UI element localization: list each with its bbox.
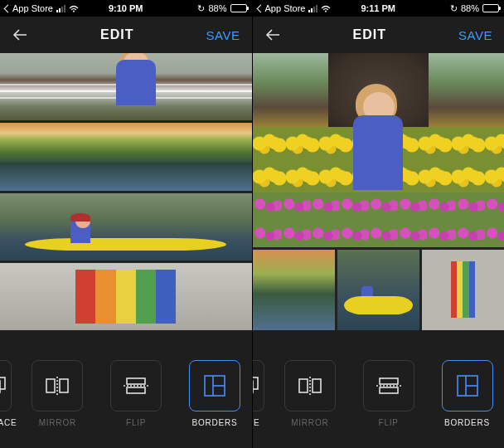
collage-cell[interactable] [422,250,504,330]
svg-rect-3 [46,379,55,392]
tool-label: FLIP [379,418,399,427]
svg-rect-7 [127,387,145,393]
collage-cell[interactable] [337,250,419,330]
toolbar: REPLACE MIRROR FLIP BORDERS [0,357,252,448]
page-title: EDIT [353,27,386,42]
tool-label: REPLACE [0,418,17,427]
battery-icon [230,4,247,12]
nav-bar: EDIT SAVE [0,17,252,53]
tool-mirror[interactable]: MIRROR [273,360,346,441]
phone-left: App Store 9:10 PM ↻ 88% EDIT SAVE [0,0,252,448]
tool-replace[interactable]: LACE [253,360,269,441]
chevron-left-icon [4,4,12,12]
replace-icon [253,376,259,396]
svg-rect-6 [127,378,145,384]
phone-right: App Store 9:11 PM ↻ 88% EDIT SAVE [252,0,505,448]
tool-label: BORDERS [192,418,238,427]
svg-point-12 [326,10,327,12]
collage-cell[interactable] [253,250,335,330]
collage-canvas[interactable] [253,53,505,330]
back-app-label: App Store [12,3,53,13]
collage-cell[interactable] [0,123,252,190]
back-to-app-link[interactable]: App Store [5,3,53,13]
tool-label: LACE [253,418,260,427]
mirror-icon [45,377,70,395]
orientation-lock-icon: ↻ [450,3,458,14]
cellular-icon [308,5,317,12]
svg-rect-4 [60,379,68,392]
borders-icon [456,374,479,397]
battery-percent: 88% [208,3,226,13]
svg-rect-18 [380,378,398,384]
spacer [253,330,505,357]
tool-borders[interactable]: BORDERS [178,360,252,441]
tool-label: BORDERS [444,418,490,427]
borders-icon [203,374,226,397]
svg-rect-19 [380,387,398,393]
tool-label: MIRROR [39,418,76,427]
page-title: EDIT [100,27,133,42]
toolbar: LACE MIRROR FLIP BORDERS [253,357,505,448]
svg-rect-15 [299,379,308,392]
tool-borders[interactable]: BORDERS [430,360,504,441]
back-button[interactable] [264,27,281,43]
tool-label: FLIP [126,418,146,427]
status-time: 9:10 PM [109,3,143,13]
svg-point-0 [73,10,75,12]
spacer [0,330,252,357]
arrow-left-icon [12,27,28,42]
flip-icon [376,377,401,395]
tool-flip[interactable]: FLIP [351,360,425,441]
arrow-left-icon [264,27,281,42]
tool-label: MIRROR [291,418,328,427]
mirror-icon [298,377,322,395]
collage-cell[interactable] [0,263,252,330]
svg-rect-16 [313,379,321,392]
back-button[interactable] [12,27,28,43]
tool-flip[interactable]: FLIP [99,360,173,441]
battery-percent: 88% [461,3,479,13]
save-button[interactable]: SAVE [458,28,492,42]
status-bar: App Store 9:11 PM ↻ 88% [253,0,505,17]
tool-replace[interactable]: REPLACE [0,360,16,441]
status-time: 9:11 PM [361,3,395,13]
replace-icon [0,376,7,396]
save-button[interactable]: SAVE [206,28,240,42]
battery-icon [482,4,499,12]
wifi-icon [69,5,79,12]
chevron-left-icon [256,4,264,12]
tool-mirror[interactable]: MIRROR [21,360,94,441]
wifi-icon [321,5,331,12]
collage-cell[interactable] [0,193,252,261]
back-to-app-link[interactable]: App Store [258,3,306,13]
nav-bar: EDIT SAVE [253,17,505,53]
collage-cell[interactable] [253,53,505,247]
status-bar: App Store 9:10 PM ↻ 88% [0,0,252,17]
collage-canvas[interactable] [0,53,252,330]
orientation-lock-icon: ↻ [197,3,205,14]
collage-cell[interactable] [0,53,252,120]
back-app-label: App Store [265,3,306,13]
flip-icon [124,377,148,395]
cellular-icon [56,5,65,12]
